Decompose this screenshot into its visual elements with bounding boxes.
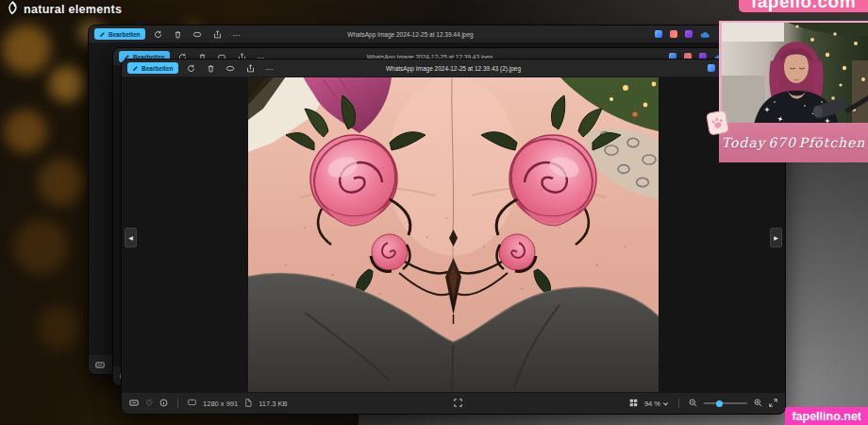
next-image-button[interactable]: ▶ <box>770 228 782 247</box>
banner-word-today: Today <box>722 135 766 150</box>
file-size-icon <box>244 399 252 409</box>
webcam-overlay <box>719 21 868 123</box>
rotate-button[interactable] <box>184 62 198 75</box>
banner-word-name: Pfötchen <box>799 135 866 150</box>
brand: natural elements <box>7 1 122 18</box>
dimensions-icon <box>188 399 196 408</box>
divider <box>177 399 178 408</box>
photos-app-icon[interactable] <box>685 30 693 38</box>
pencil-icon <box>132 65 139 72</box>
watermark-top: fapello.com <box>739 0 868 12</box>
thumbnail-grid-icon[interactable] <box>629 399 638 409</box>
bokeh-light <box>38 306 81 349</box>
clipchamp-icon[interactable] <box>670 30 677 38</box>
zoom-percent-dropdown[interactable]: 94 % <box>644 400 669 408</box>
banner-count: 670 <box>768 135 796 150</box>
favorite-icon[interactable]: ♡ <box>145 399 153 408</box>
zoom-slider-thumb[interactable] <box>716 400 723 407</box>
designer-icon[interactable] <box>708 64 715 72</box>
zoom-in-icon[interactable] <box>754 399 762 409</box>
filmstrip-icon[interactable] <box>129 399 139 409</box>
delete-button[interactable] <box>171 28 185 41</box>
photo-stage <box>122 76 785 393</box>
zoom-slider[interactable] <box>704 402 747 404</box>
fit-to-window-icon[interactable] <box>454 399 462 409</box>
divider <box>678 399 679 408</box>
webcam-scene <box>722 23 868 123</box>
share-button[interactable] <box>210 28 225 41</box>
file-size: 117.3 KB <box>259 400 287 408</box>
filmstrip-icon[interactable] <box>95 356 105 373</box>
info-icon[interactable] <box>159 399 168 409</box>
edit-button[interactable]: Bearbeiten <box>94 28 145 40</box>
chevron-down-icon <box>662 400 669 407</box>
slideshow-button[interactable] <box>191 28 205 41</box>
toolbar: Bearbeiten … – <box>122 60 785 77</box>
brand-name: natural elements <box>24 3 122 16</box>
bokeh-light <box>38 159 85 206</box>
slideshow-button[interactable] <box>224 62 238 75</box>
edit-button[interactable]: Bearbeiten <box>127 62 178 74</box>
toolbar: Bearbeiten … – <box>89 26 732 43</box>
delete-button[interactable] <box>204 62 218 75</box>
watermark-bottom-text: fapellino.net <box>792 410 861 423</box>
share-button[interactable] <box>243 62 258 75</box>
brand-logo-icon <box>7 1 19 18</box>
image-dimensions: 1280 x 991 <box>203 400 238 408</box>
more-button[interactable]: … <box>230 28 244 41</box>
rotate-button[interactable] <box>151 28 165 41</box>
photo-tattoo-roses <box>248 76 659 393</box>
bokeh-light <box>13 219 68 274</box>
previous-image-button[interactable]: ◀ <box>125 228 137 247</box>
paw-badge-icon <box>706 110 729 135</box>
designer-icon[interactable] <box>655 30 662 38</box>
watermark-bottom: fapellino.net <box>785 407 868 425</box>
stream-banner: Today 670 Pfötchen <box>719 123 868 162</box>
bokeh-light <box>2 25 51 74</box>
status-bar: ♡ 1280 x 991 117.3 KB 94 % <box>122 392 785 414</box>
screen: natural elements Bearbeiten … – WhatsApp… <box>0 0 868 425</box>
bokeh-light <box>4 110 47 153</box>
onedrive-icon[interactable] <box>700 26 709 42</box>
bokeh-light <box>49 66 85 102</box>
pencil-icon <box>99 31 106 38</box>
fullscreen-icon[interactable] <box>769 399 777 409</box>
zoom-out-icon[interactable] <box>689 399 697 409</box>
watermark-top-text: fapello.com <box>739 0 868 12</box>
more-button[interactable]: … <box>263 62 277 75</box>
photos-window-front: Bearbeiten … – WhatsApp Image 2024-12-25… <box>121 59 786 415</box>
